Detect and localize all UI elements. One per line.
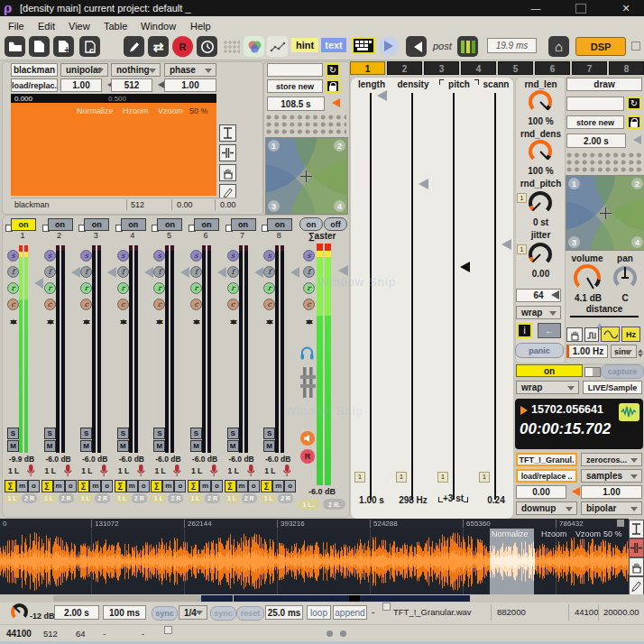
zerocross-dropdown[interactable]: zerocros... <box>581 453 642 466</box>
sine-lfo-button[interactable] <box>601 327 620 342</box>
preset-tab-4[interactable]: 4 <box>461 61 496 75</box>
menu-help[interactable]: Help <box>187 19 215 33</box>
fade-time-numberbox[interactable]: 2.00 s <box>54 605 99 620</box>
master-record-button[interactable]: R <box>300 449 315 464</box>
latency-display[interactable]: 19.9 ms <box>487 38 537 53</box>
master-updown[interactable] <box>306 316 313 328</box>
output-gain-value[interactable]: -12 dB <box>30 612 55 621</box>
channel-s-button[interactable]: s <box>227 250 239 262</box>
channel-m-button[interactable]: m <box>89 480 101 492</box>
xy-corner-2[interactable]: 2 <box>334 140 345 152</box>
channel-sum-button[interactable]: ∑ <box>261 480 272 492</box>
polarity-dropdown[interactable]: unipolar <box>60 63 108 77</box>
env-xy-pad[interactable]: 1 2 3 4 <box>566 175 644 251</box>
channel-gain-value[interactable]: -6.0 dB <box>224 455 260 464</box>
channel-s-button[interactable]: s <box>80 250 92 262</box>
length-slider[interactable] <box>370 93 372 500</box>
wrap-dropdown[interactable]: wrap <box>516 306 561 319</box>
preset-slots-grid[interactable] <box>265 114 346 135</box>
channel-input-label[interactable]: 1 L <box>8 466 19 475</box>
rnd-dens-value[interactable]: 100 % <box>516 166 566 176</box>
master-gain-value[interactable]: -6.0 dB <box>298 487 346 496</box>
pitch-value[interactable]: +3 st <box>438 493 468 503</box>
channel-updown[interactable] <box>120 316 127 328</box>
scroll-thumb-left[interactable] <box>53 595 201 602</box>
phase-dropdown[interactable]: phase <box>164 63 216 77</box>
channel-input-label[interactable]: 1 L <box>81 466 92 475</box>
channel-out-left[interactable]: 1 L <box>225 493 240 503</box>
channel-gain-value[interactable]: -6.0 dB <box>77 455 113 464</box>
load-replace-file-button[interactable]: load/replace .. <box>516 469 577 483</box>
channel-m-button[interactable]: m <box>53 480 65 492</box>
live-sample-button[interactable]: LIVE/Sample <box>583 381 642 394</box>
loop-button[interactable]: loop <box>307 605 331 620</box>
channel-m-button[interactable]: m <box>16 480 28 492</box>
lfo-wave-dropdown[interactable]: sine <box>611 345 637 358</box>
scrub-hand-tool[interactable] <box>566 327 583 342</box>
xy-corner-4[interactable]: 4 <box>631 236 643 248</box>
channel-c-button[interactable]: c <box>190 299 202 310</box>
capture-on-button[interactable]: on <box>516 364 583 377</box>
env-preset-name-input[interactable] <box>566 97 624 111</box>
channel-sum-button[interactable]: ∑ <box>41 480 53 492</box>
channel-r-button[interactable]: r <box>7 282 19 294</box>
clock-button[interactable] <box>197 36 217 57</box>
channel-sum-button[interactable]: ∑ <box>78 480 89 492</box>
env-recall-button[interactable]: ↻ <box>627 97 641 110</box>
rnd-len-knob[interactable] <box>529 90 552 114</box>
hand-tool[interactable] <box>629 557 644 576</box>
open-folder-button[interactable] <box>5 36 25 57</box>
channel-updown[interactable] <box>266 316 273 328</box>
preset-tab-7[interactable]: 7 <box>572 61 607 75</box>
channel-sum-button[interactable]: ∑ <box>115 480 126 492</box>
master-out-right[interactable]: 2 R. <box>323 499 345 510</box>
channel-out-right[interactable]: 2 R <box>22 493 37 503</box>
sync-button-1[interactable]: sync <box>152 606 178 621</box>
channel-s-button[interactable]: s <box>7 250 19 262</box>
preset-tab-2[interactable]: 2 <box>387 61 422 75</box>
channel-solo-button[interactable]: S <box>80 428 92 439</box>
xy-crosshair[interactable] <box>600 207 612 219</box>
channel-f-button[interactable]: f <box>117 266 129 278</box>
channel-updown[interactable] <box>230 316 237 328</box>
preset-tab-1[interactable]: 1 <box>350 61 385 75</box>
append-button[interactable]: append <box>333 605 367 620</box>
channel-input-label[interactable]: 1 L <box>154 466 165 475</box>
channel-r-button[interactable]: r <box>44 282 56 294</box>
channel-m-button[interactable]: m <box>126 480 138 492</box>
channel-sum-button[interactable]: ∑ <box>188 480 199 492</box>
channel-out-left[interactable]: 1 L <box>188 493 203 503</box>
channel-gain-value[interactable]: -6.0 dB <box>41 455 77 464</box>
crossfader-button[interactable] <box>300 366 317 400</box>
channel-out-left[interactable]: 1 L <box>5 493 20 503</box>
interval-numberbox[interactable]: 100 ms <box>103 605 146 620</box>
channel-m-button[interactable]: m <box>236 480 248 492</box>
pitch-handle[interactable] <box>455 262 470 272</box>
length-handle[interactable] <box>372 90 387 101</box>
waveform-badge[interactable] <box>619 403 639 421</box>
rnd-pitch-value[interactable]: 0 st <box>516 217 566 227</box>
xy-corner-3[interactable]: 3 <box>568 236 580 248</box>
channel-mute-button[interactable]: M <box>44 440 56 452</box>
env-time-drag[interactable] <box>629 135 641 144</box>
channel-on-button[interactable]: on <box>267 218 292 231</box>
channel-sum-button[interactable]: ∑ <box>151 480 162 492</box>
channel-c-button[interactable]: c <box>7 299 19 310</box>
hstretch-tool[interactable] <box>219 144 236 161</box>
loaded-file-name[interactable]: TFT_!_Granular.wav <box>393 607 472 617</box>
master-out-left[interactable]: 1 L.. <box>298 499 320 510</box>
palette-button[interactable] <box>244 36 264 57</box>
channel-f-button[interactable]: f <box>227 266 239 278</box>
vzoom-button[interactable]: Vzoom <box>158 106 183 115</box>
channel-out-left[interactable]: 1 L <box>261 493 276 503</box>
channel-on-button[interactable]: on <box>84 218 109 231</box>
channel-o-button[interactable]: o <box>211 480 223 492</box>
pan-knob[interactable] <box>613 266 637 290</box>
back-assign-button[interactable]: ← <box>538 323 561 338</box>
master-r-button[interactable]: r <box>303 282 315 294</box>
text-button[interactable]: text <box>321 38 346 52</box>
reset-button[interactable]: reset <box>236 606 264 621</box>
channel-o-button[interactable]: o <box>28 480 40 492</box>
master-f-button[interactable]: f <box>303 266 315 278</box>
xy-corner-2[interactable]: 2 <box>631 178 643 189</box>
